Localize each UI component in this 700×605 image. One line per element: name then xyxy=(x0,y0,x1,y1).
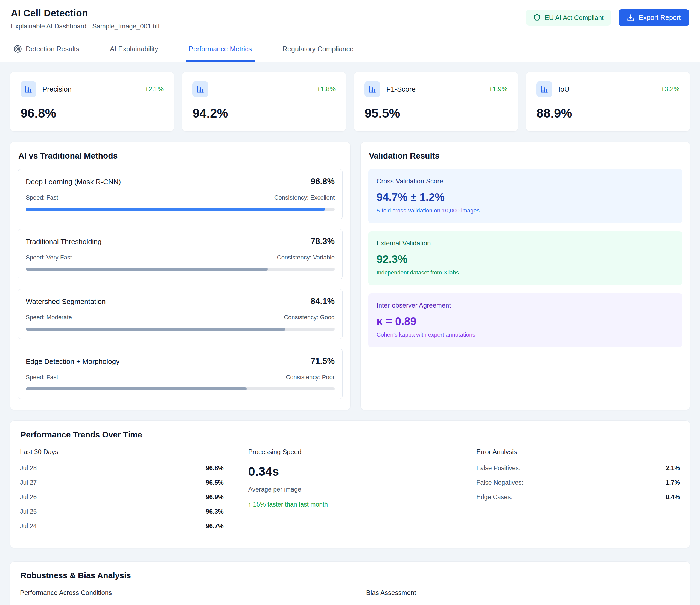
method-consistency: Consistency: Excellent xyxy=(274,194,335,201)
method-speed: Speed: Fast xyxy=(26,374,58,381)
trends-grid: Last 30 Days Jul 28 96.8% Jul 27 96.5% J… xyxy=(20,448,680,537)
robustness-grid: Performance Across Conditions Optimal Li… xyxy=(20,589,680,605)
metric-head: Precision +2.1% xyxy=(21,81,164,97)
ai-vs-traditional-card: AI vs Traditional Methods Deep Learning … xyxy=(10,142,351,410)
dashboard-page: AI Cell Detection Explainable AI Dashboa… xyxy=(0,0,700,605)
progress-track xyxy=(26,328,335,330)
shield-icon xyxy=(533,14,541,22)
method-row-thresholding: Traditional Thresholding 78.3% Speed: Ve… xyxy=(18,229,343,279)
section-title: Validation Results xyxy=(369,151,682,160)
metric-card-f1-score: F1-Score +1.9% 95.5% xyxy=(354,72,518,132)
metric-delta: +1.8% xyxy=(317,85,335,93)
tab-label: Regulatory Compliance xyxy=(282,45,354,53)
bar-chart-icon xyxy=(193,81,208,97)
processing-speed-caption: Average per image xyxy=(248,486,452,493)
error-label: Edge Cases: xyxy=(476,494,512,501)
trend-date: Jul 24 xyxy=(20,523,36,530)
vbox-title: External Validation xyxy=(377,240,674,247)
processing-speed-trend: ↑ 15% faster than last month xyxy=(248,501,452,508)
content: Precision +2.1% 96.8% +1.8% 94.2% xyxy=(0,62,700,605)
column-header: Bias Assessment xyxy=(366,589,680,597)
vbox-description: Cohen's kappa with expert annotations xyxy=(377,331,674,338)
error-value: 1.7% xyxy=(666,479,680,486)
metric-label: IoU xyxy=(558,85,569,94)
method-top: Edge Detection + Morphology 71.5% xyxy=(26,356,335,366)
trend-date: Jul 25 xyxy=(20,508,36,515)
trend-date: Jul 26 xyxy=(20,494,36,501)
metric-card-iou: IoU +3.2% 88.9% xyxy=(526,72,690,132)
metric-head: +1.8% xyxy=(193,81,335,97)
column-header: Performance Across Conditions xyxy=(20,589,351,597)
method-row-watershed: Watershed Segmentation 84.1% Speed: Mode… xyxy=(18,289,343,339)
method-speed: Speed: Fast xyxy=(26,194,58,201)
progress-track xyxy=(26,208,335,211)
error-value: 2.1% xyxy=(666,464,680,472)
bias-column: Bias Assessment Cell Type Bias No signif… xyxy=(366,589,680,605)
section-title: Performance Trends Over Time xyxy=(21,430,679,439)
trend-row: Jul 28 96.8% xyxy=(20,464,224,472)
error-label: False Positives: xyxy=(476,464,520,472)
cross-validation-box: Cross-Validation Score 94.7% ± 1.2% 5-fo… xyxy=(368,169,682,223)
bar-chart-icon xyxy=(365,81,380,97)
trend-value: 96.3% xyxy=(206,508,223,515)
method-row-edge-detection: Edge Detection + Morphology 71.5% Speed:… xyxy=(18,349,343,399)
target-icon xyxy=(14,45,22,53)
trend-row: Jul 26 96.9% xyxy=(20,494,224,501)
method-name: Traditional Thresholding xyxy=(26,237,102,246)
header-titles: AI Cell Detection Explainable AI Dashboa… xyxy=(11,8,160,30)
error-analysis-column: Error Analysis False Positives: 2.1% Fal… xyxy=(476,448,680,537)
error-label: False Negatives: xyxy=(476,479,523,486)
method-name: Deep Learning (Mask R-CNN) xyxy=(26,178,121,186)
trend-value: 96.8% xyxy=(206,464,223,472)
tab-detection-results[interactable]: Detection Results xyxy=(11,37,82,61)
vbox-title: Inter-observer Agreement xyxy=(377,302,674,309)
metric-card-recall: +1.8% 94.2% xyxy=(182,72,346,132)
tabbar: Detection Results AI Explainability Perf… xyxy=(0,37,700,62)
method-value: 96.8% xyxy=(310,177,335,186)
vbox-description: Independent dataset from 3 labs xyxy=(377,269,674,276)
metric-label: F1-Score xyxy=(386,85,416,94)
metric-head: IoU +3.2% xyxy=(536,81,679,97)
export-report-label: Export Report xyxy=(639,14,681,22)
column-header: Error Analysis xyxy=(476,448,680,456)
vbox-value: 94.7% ± 1.2% xyxy=(377,191,674,203)
performance-trends-card: Performance Trends Over Time Last 30 Day… xyxy=(10,421,690,548)
progress-fill xyxy=(26,268,268,271)
progress-track xyxy=(26,268,335,271)
error-value: 0.4% xyxy=(666,494,680,501)
method-row-deep-learning: Deep Learning (Mask R-CNN) 96.8% Speed: … xyxy=(18,169,343,219)
tab-regulatory-compliance[interactable]: Regulatory Compliance xyxy=(280,37,356,61)
progress-track xyxy=(26,387,335,390)
validation-results-card: Validation Results Cross-Validation Scor… xyxy=(360,142,690,410)
metric-value: 94.2% xyxy=(193,106,335,121)
method-sub: Speed: Very Fast Consistency: Variable xyxy=(26,254,335,261)
tab-ai-explainability[interactable]: AI Explainability xyxy=(107,37,161,61)
tab-label: Performance Metrics xyxy=(189,45,252,53)
method-name: Watershed Segmentation xyxy=(26,298,105,306)
metric-value: 96.8% xyxy=(21,106,164,121)
metric-head: F1-Score +1.9% xyxy=(365,81,507,97)
processing-speed-value: 0.34s xyxy=(248,464,452,479)
robustness-bias-card: Robustness & Bias Analysis Performance A… xyxy=(10,561,690,605)
tab-performance-metrics[interactable]: Performance Metrics xyxy=(186,37,255,61)
metric-value: 95.5% xyxy=(365,106,507,121)
tab-label: Detection Results xyxy=(26,45,79,53)
conditions-column: Performance Across Conditions Optimal Li… xyxy=(20,589,351,605)
progress-fill xyxy=(26,328,285,330)
method-sub: Speed: Fast Consistency: Poor xyxy=(26,374,335,381)
comparison-row: AI vs Traditional Methods Deep Learning … xyxy=(10,142,690,410)
trend-row: Jul 25 96.3% xyxy=(20,508,224,515)
metric-label: Precision xyxy=(42,85,72,94)
method-sub: Speed: Moderate Consistency: Good xyxy=(26,314,335,321)
export-report-button[interactable]: Export Report xyxy=(619,9,689,26)
vbox-value: κ = 0.89 xyxy=(377,315,674,328)
page-subtitle: Explainable AI Dashboard - Sample_Image_… xyxy=(11,22,160,30)
method-value: 78.3% xyxy=(310,236,335,246)
progress-fill xyxy=(26,387,247,390)
trend-value: 96.5% xyxy=(206,479,223,486)
error-row: Edge Cases: 0.4% xyxy=(476,494,680,501)
metric-card-precision: Precision +2.1% 96.8% xyxy=(10,72,174,132)
trend-date: Jul 27 xyxy=(20,479,36,486)
bar-chart-icon xyxy=(536,81,552,97)
vbox-title: Cross-Validation Score xyxy=(377,177,674,185)
